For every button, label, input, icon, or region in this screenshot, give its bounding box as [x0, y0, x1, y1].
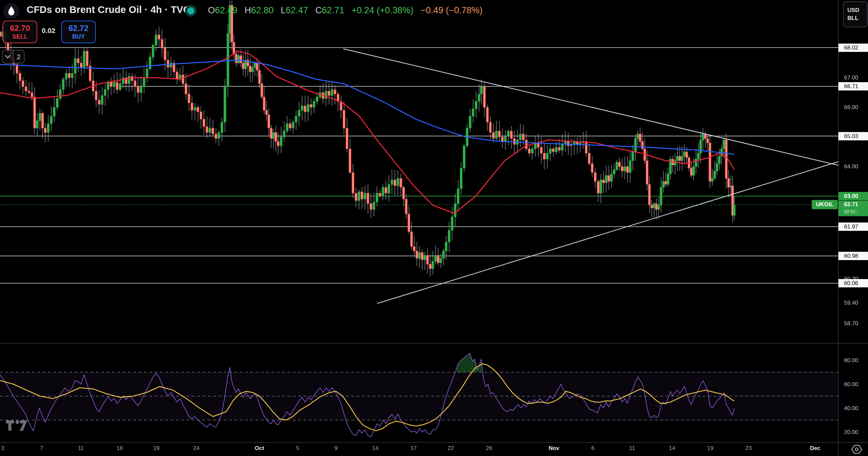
symbol-price-badge[interactable]: UKOIL: [812, 200, 838, 209]
open-value: 62.49: [215, 5, 238, 15]
time-tick: 9: [334, 445, 337, 452]
rsi-tick: 40.00: [838, 404, 868, 413]
price-level-label: 61.97: [838, 223, 868, 231]
rsi-tick: 20.00: [838, 428, 868, 436]
price-axis[interactable]: 68.0267.0066.7166.0065.0364.0063.0060.20…: [838, 0, 868, 456]
time-tick: 7: [40, 445, 43, 452]
rsi-tick: 80.00: [838, 356, 868, 364]
trendline-ascending-support[interactable]: [378, 162, 838, 303]
current-price-value: 62.71: [838, 201, 868, 208]
price-tick: 64.00: [838, 162, 868, 171]
trendline-descending-resistance[interactable]: [344, 49, 838, 165]
rsi-band-fill: [0, 372, 838, 420]
time-tick-month: Nov: [549, 445, 559, 452]
candles-layer: [0, 5, 735, 269]
ohlc-readout: O62.49 H62.80 L62.47 C62.71 +0.24 (+0.38…: [208, 5, 483, 15]
ma-slow-blue-line[interactable]: [0, 60, 734, 154]
chevron-down-icon[interactable]: [3, 51, 13, 63]
ma-fast-red-line[interactable]: [0, 51, 734, 214]
buy-price: 62.72: [68, 24, 89, 33]
time-tick: 24: [193, 445, 199, 452]
price-tick: 66.00: [838, 103, 868, 111]
open-label: O: [208, 5, 215, 15]
price-level-label: 60.98: [838, 252, 868, 260]
buy-label: BUY: [72, 33, 85, 40]
time-tick: 11: [78, 445, 84, 452]
high-value: 62.80: [251, 5, 274, 15]
high-label: H: [245, 5, 251, 15]
time-tick: 19: [707, 445, 714, 452]
buy-button[interactable]: 62.72 BUY: [61, 21, 96, 43]
time-tick: 5: [296, 445, 299, 452]
low-value: 62.47: [286, 5, 308, 15]
sell-button[interactable]: 62.70 SELL: [3, 21, 37, 43]
sell-label: SELL: [12, 33, 28, 40]
time-tick: 14: [669, 445, 675, 452]
time-tick: 3: [1, 445, 4, 452]
price-scale-settings-icon[interactable]: [851, 445, 862, 455]
price-tick: 67.00: [838, 73, 868, 82]
green-level-label: 63.00: [838, 192, 868, 200]
tradingview-logo[interactable]: [5, 418, 29, 434]
chart-canvas[interactable]: [0, 0, 868, 456]
time-tick: 23: [746, 445, 752, 452]
spread-value: 0.02: [36, 27, 61, 35]
time-tick: 14: [372, 445, 379, 452]
price-level-label: 68.02: [838, 43, 868, 52]
bar-countdown: 02:51:: [838, 208, 868, 215]
close-label: C: [315, 5, 322, 15]
time-tick: 6: [591, 445, 594, 452]
oil-drop-icon[interactable]: [3, 3, 19, 19]
time-tick-month: Dec: [810, 445, 820, 452]
market-status-icon[interactable]: [185, 5, 197, 17]
close-value: 62.71: [322, 5, 344, 15]
low-label: L: [281, 5, 286, 15]
time-tick: 26: [486, 445, 492, 452]
price-tick: 58.70: [838, 319, 868, 328]
object-tree-widget[interactable]: 2: [2, 50, 25, 64]
price-level-label: 60.06: [838, 279, 868, 287]
time-axis[interactable]: 3711161924Oct5914172226Nov611141923Dec: [0, 443, 868, 456]
change-secondary-value: −0.49 (−0.78%): [421, 5, 483, 15]
time-tick: 17: [410, 445, 417, 452]
candle-wicks-layer: [0, 1, 734, 276]
price-level-label: 66.71: [838, 82, 868, 91]
tradingview-chart-window: CFDs on Brent Crude Oil · 4h · TVC O62.4…: [0, 0, 868, 456]
rsi-overbought-fill: [457, 353, 482, 372]
price-tick: 59.40: [838, 299, 868, 307]
time-tick: 19: [153, 445, 160, 452]
time-tick-month: Oct: [255, 445, 264, 452]
current-price-label: 62.7102:51:: [838, 201, 868, 216]
price-level-label: 65.03: [838, 132, 868, 140]
rsi-tick: 60.00: [838, 380, 868, 389]
object-count: 2: [13, 53, 24, 61]
time-tick: 16: [117, 445, 123, 452]
symbol-title[interactable]: CFDs on Brent Crude Oil · 4h · TVC: [27, 4, 190, 15]
time-tick: 22: [448, 445, 454, 452]
change-value: +0.24 (+0.38%): [351, 5, 413, 15]
sell-price: 62.70: [10, 24, 30, 33]
time-tick: 11: [629, 445, 635, 452]
